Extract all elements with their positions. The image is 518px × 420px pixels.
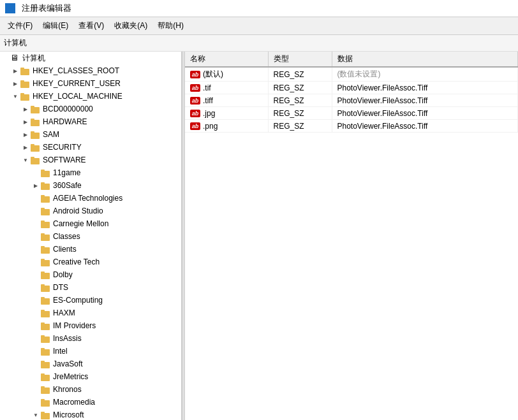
tree-item-11game[interactable]: 11game	[0, 166, 181, 179]
expand-btn-hardware[interactable]	[20, 117, 31, 127]
reg-name-0: ab(默认)	[185, 67, 268, 82]
tree-item-ageia[interactable]: AGEIA Technologies	[0, 192, 181, 205]
expand-btn-clients	[31, 244, 41, 254]
reg-data-0: (数值未设置)	[332, 67, 518, 82]
tree-item-classes[interactable]: Classes	[0, 230, 181, 243]
menu-item-favorites[interactable]: 收藏夹(A)	[109, 18, 152, 33]
tree-item-bcd[interactable]: BCD00000000	[0, 103, 181, 115]
folder-icon-khronos	[41, 385, 51, 394]
menu-item-help[interactable]: 帮助(H)	[152, 18, 189, 33]
expand-btn-hkey_classes_root[interactable]	[10, 66, 20, 76]
tree-item-360safe[interactable]: 360Safe	[0, 179, 181, 192]
expand-btn-hkey_current_user[interactable]	[10, 78, 20, 89]
menu-bar: 文件(F)编辑(E)查看(V)收藏夹(A)帮助(H)	[0, 17, 518, 35]
menu-item-edit[interactable]: 编辑(E)	[38, 18, 73, 33]
tree-item-jremetrics[interactable]: JreMetrics	[0, 370, 181, 383]
expand-btn-dolby	[31, 270, 41, 280]
tree-item-sam[interactable]: SAM	[0, 128, 181, 141]
expand-btn-ageia	[31, 193, 41, 203]
reg-type-2: REG_SZ	[268, 94, 332, 107]
tree-item-hardware[interactable]: HARDWARE	[0, 115, 181, 128]
table-row[interactable]: ab.tifREG_SZPhotoViewer.FileAssoc.Tiff	[185, 82, 518, 94]
expand-btn-hkey_local_machine[interactable]	[10, 91, 20, 101]
expand-btn-haxm	[31, 308, 41, 318]
menu-item-view[interactable]: 查看(V)	[73, 18, 109, 33]
tree-item-dolby[interactable]: Dolby	[0, 268, 181, 281]
tree-label-360safe: 360Safe	[53, 181, 82, 190]
reg-name-4: ab.png	[185, 120, 268, 133]
folder-icon-360safe	[41, 181, 51, 190]
table-row[interactable]: ab.pngREG_SZPhotoViewer.FileAssoc.Tiff	[185, 120, 518, 133]
col-header-name[interactable]: 名称	[185, 52, 268, 67]
tree-item-improviders[interactable]: IM Providers	[0, 319, 181, 332]
tree-label-dts: DTS	[53, 283, 68, 292]
menu-item-file[interactable]: 文件(F)	[3, 18, 38, 33]
col-header-data[interactable]: 数据	[332, 52, 518, 67]
expand-btn-sam[interactable]	[20, 129, 31, 140]
col-header-type[interactable]: 类型	[268, 52, 332, 67]
tree-item-hkey_local_machine[interactable]: HKEY_LOCAL_MACHINE	[0, 90, 181, 103]
expand-btn-bcd[interactable]	[20, 104, 31, 114]
tree-item-intel[interactable]: Intel	[0, 345, 181, 358]
folder-icon-classes	[41, 232, 51, 241]
expand-btn-macromedia	[31, 397, 41, 407]
tree-item-insassis[interactable]: InsAssis	[0, 332, 181, 345]
expand-btn-11game	[31, 168, 41, 178]
reg-data-4: PhotoViewer.FileAssoc.Tiff	[332, 120, 518, 133]
breadcrumb: 计算机	[0, 35, 518, 52]
folder-icon-android	[41, 206, 51, 215]
tree-item-haxm[interactable]: HAXM	[0, 307, 181, 319]
tree-item-dts[interactable]: DTS	[0, 281, 181, 294]
expand-btn-javasoft	[31, 359, 41, 369]
folder-icon-dolby	[41, 270, 51, 279]
tree-label-sam: SAM	[43, 130, 59, 139]
tree-item-escomputing[interactable]: ES-Computing	[0, 294, 181, 307]
folder-icon-microsoft	[41, 410, 51, 419]
tree-item-javasoft[interactable]: JavaSoft	[0, 358, 181, 370]
folder-icon-improviders	[41, 321, 51, 330]
breadcrumb-label: 计算机	[4, 38, 27, 47]
folder-icon-hardware	[31, 117, 41, 126]
tree-item-creativetech[interactable]: Creative Tech	[0, 256, 181, 268]
tree-item-clients[interactable]: Clients	[0, 243, 181, 256]
folder-icon-software	[31, 156, 41, 164]
expand-btn-software[interactable]	[20, 155, 31, 165]
reg-type-4: REG_SZ	[268, 120, 332, 133]
folder-icon-escomputing	[41, 296, 51, 305]
reg-name-2: ab.tiff	[185, 94, 268, 107]
expand-btn-security[interactable]	[20, 142, 31, 152]
folder-icon-carnegie	[41, 219, 51, 228]
folder-icon-macromedia	[41, 398, 51, 407]
table-row[interactable]: ab.jpgREG_SZPhotoViewer.FileAssoc.Tiff	[185, 107, 518, 120]
reg-name-text-3: .jpg	[203, 109, 215, 118]
title-bar: 注册表编辑器	[0, 0, 518, 17]
tree-item-hkey_classes_root[interactable]: HKEY_CLASSES_ROOT	[0, 64, 181, 77]
tree-item-software[interactable]: SOFTWARE	[0, 154, 181, 166]
tree-item-security[interactable]: SECURITY	[0, 141, 181, 154]
tree-item-khronos[interactable]: Khronos	[0, 383, 181, 396]
reg-type-icon-0: ab	[190, 71, 200, 78]
tree-item-android[interactable]: Android Studio	[0, 205, 181, 217]
tree-label-jremetrics: JreMetrics	[53, 372, 88, 381]
expand-btn-360safe[interactable]	[31, 180, 41, 191]
table-row[interactable]: ab(默认)REG_SZ(数值未设置)	[185, 67, 518, 82]
left-pane: 🖥计算机HKEY_CLASSES_ROOTHKEY_CURRENT_USERHK…	[0, 52, 182, 420]
tree-item-hkey_current_user[interactable]: HKEY_CURRENT_USER	[0, 77, 181, 90]
tree-item-microsoft[interactable]: Microsoft	[0, 409, 181, 420]
tree-label-haxm: HAXM	[53, 308, 75, 317]
reg-name-text-2: .tiff	[203, 96, 213, 105]
right-pane: 名称 类型 数据 ab(默认)REG_SZ(数值未设置)ab.tifREG_SZ…	[185, 52, 518, 420]
tree-label-carnegie: Carnegie Mellon	[53, 219, 108, 228]
table-row[interactable]: ab.tiffREG_SZPhotoViewer.FileAssoc.Tiff	[185, 94, 518, 107]
expand-btn-khronos	[31, 384, 41, 395]
tree-item-macromedia[interactable]: Macromedia	[0, 396, 181, 409]
folder-icon-insassis	[41, 334, 51, 343]
expand-btn-jremetrics	[31, 372, 41, 382]
tree-label-software: SOFTWARE	[43, 156, 86, 164]
tree-item-carnegie[interactable]: Carnegie Mellon	[0, 217, 181, 230]
tree-label-android: Android Studio	[53, 206, 103, 215]
reg-name-text-1: .tif	[203, 83, 211, 92]
tree-item-computer[interactable]: 🖥计算机	[0, 52, 181, 64]
reg-type-icon-3: ab	[190, 110, 200, 117]
expand-btn-microsoft[interactable]	[31, 410, 41, 420]
